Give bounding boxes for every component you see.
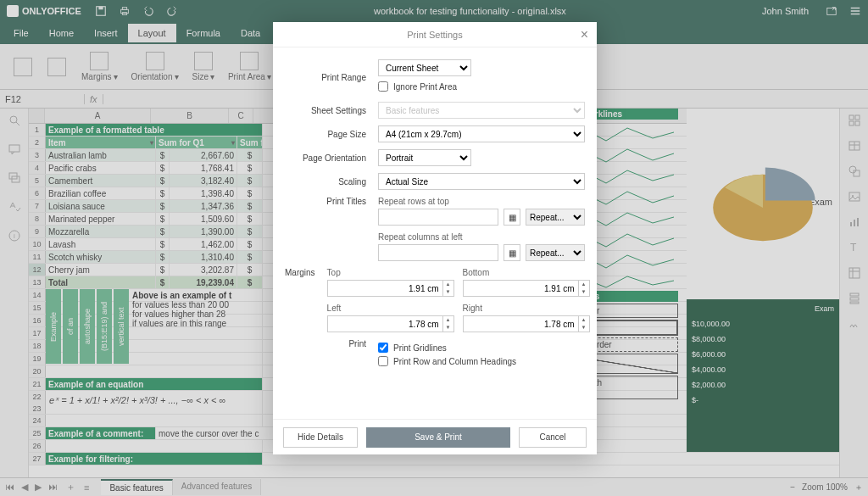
- add-sheet-icon[interactable]: ＋: [66, 481, 75, 493]
- cell[interactable]: $: [237, 226, 263, 237]
- sheet-nav-last-icon[interactable]: ⏭: [48, 482, 58, 493]
- cell[interactable]: 19,239.04: [170, 276, 237, 288]
- cell[interactable]: [46, 415, 263, 426]
- cell[interactable]: Item: [46, 137, 156, 148]
- row-header[interactable]: 8: [29, 213, 46, 225]
- repeat-cols-select[interactable]: Repeat...: [526, 244, 585, 261]
- menu-item-file[interactable]: File: [3, 24, 39, 42]
- comments-icon[interactable]: [8, 142, 21, 156]
- row-header[interactable]: 14: [29, 289, 46, 301]
- row-header[interactable]: 20: [29, 365, 46, 377]
- row-header[interactable]: 19: [29, 353, 46, 365]
- cell[interactable]: $: [237, 149, 263, 161]
- cell[interactable]: Loisiana sauce: [46, 200, 156, 212]
- row-header[interactable]: 25: [29, 427, 46, 439]
- cell[interactable]: $: [156, 238, 170, 250]
- row-header[interactable]: 12: [29, 264, 46, 276]
- cell[interactable]: $: [237, 213, 263, 225]
- cell[interactable]: $: [237, 238, 263, 250]
- row-header[interactable]: 6: [29, 187, 46, 199]
- page-orientation-select[interactable]: Portrait: [378, 149, 471, 166]
- cell[interactable]: $: [156, 226, 170, 237]
- chat-icon[interactable]: [8, 171, 21, 185]
- row-header[interactable]: 1: [29, 124, 46, 136]
- select-all-corner[interactable]: [29, 109, 45, 123]
- cell[interactable]: $: [237, 276, 263, 288]
- row-header[interactable]: 17: [29, 327, 46, 339]
- cell[interactable]: Sum for Q1: [156, 137, 237, 148]
- name-box[interactable]: F12: [0, 94, 85, 104]
- menu-item-layout[interactable]: Layout: [128, 24, 176, 42]
- cell[interactable]: $: [156, 149, 170, 161]
- column-header[interactable]: C: [229, 109, 253, 123]
- cell[interactable]: $: [156, 187, 170, 199]
- cell[interactable]: Scotch whisky: [46, 251, 156, 263]
- cell[interactable]: Australian lamb: [46, 149, 156, 161]
- cell[interactable]: $: [156, 162, 170, 174]
- cell[interactable]: Pacific crabs: [46, 162, 156, 174]
- scaling-select[interactable]: Actual Size: [378, 173, 585, 190]
- fx-icon[interactable]: fx: [85, 94, 103, 104]
- row-header[interactable]: 4: [29, 162, 46, 174]
- row-header[interactable]: 26: [29, 440, 46, 452]
- cell-settings-icon[interactable]: [848, 114, 861, 127]
- repeat-rows-select[interactable]: Repeat...: [526, 209, 585, 226]
- search-icon[interactable]: [8, 114, 21, 127]
- feedback-icon[interactable]: i: [8, 229, 21, 242]
- row-header[interactable]: 11: [29, 251, 46, 263]
- menu-item-insert[interactable]: Insert: [84, 24, 128, 42]
- spinner-icon[interactable]: ▲▼: [442, 315, 454, 332]
- cell[interactable]: $: [237, 162, 263, 174]
- ribbon-copy[interactable]: [7, 56, 39, 78]
- user-name[interactable]: John Smith: [762, 6, 809, 16]
- cell[interactable]: $: [156, 251, 170, 263]
- sheet-settings-select[interactable]: Basic features: [378, 102, 585, 119]
- image-settings-icon[interactable]: [848, 190, 861, 203]
- row-header[interactable]: 2: [29, 137, 46, 148]
- ribbon-paste[interactable]: [41, 56, 73, 78]
- sheet-nav-next-icon[interactable]: ▶: [35, 482, 42, 493]
- select-range-icon[interactable]: ▦: [504, 244, 520, 261]
- column-header[interactable]: A: [45, 109, 151, 123]
- cell[interactable]: [46, 365, 263, 377]
- print-range-select[interactable]: Current Sheet: [378, 59, 471, 76]
- print-gridlines-checkbox[interactable]: [378, 343, 388, 353]
- signature-icon[interactable]: [848, 317, 861, 331]
- cell[interactable]: Example for filtering:: [46, 453, 263, 465]
- cell[interactable]: Brazilian coffee: [46, 187, 156, 199]
- select-range-icon[interactable]: ▦: [504, 209, 520, 226]
- cell[interactable]: $: [156, 213, 170, 225]
- cell[interactable]: 1,768.41: [170, 162, 237, 174]
- row-header[interactable]: 5: [29, 175, 46, 187]
- row-header[interactable]: 16: [29, 315, 46, 326]
- column-header[interactable]: B: [151, 109, 229, 123]
- hide-details-button[interactable]: Hide Details: [283, 427, 358, 448]
- redo-icon[interactable]: [166, 5, 178, 17]
- print-icon[interactable]: [119, 5, 131, 17]
- row-header[interactable]: 27: [29, 453, 46, 465]
- pivot-settings-icon[interactable]: [848, 266, 861, 280]
- cell[interactable]: $: [237, 187, 263, 199]
- zoom-level[interactable]: Zoom 100%: [802, 482, 848, 492]
- chart-settings-icon[interactable]: [848, 215, 861, 229]
- row-header[interactable]: 13: [29, 276, 46, 288]
- undo-icon[interactable]: [142, 5, 154, 17]
- repeat-rows-input[interactable]: [378, 209, 498, 226]
- cell[interactable]: $: [156, 200, 170, 212]
- repeat-cols-input[interactable]: [378, 244, 498, 261]
- cell[interactable]: 1,310.40: [170, 251, 237, 263]
- cell[interactable]: 1,347.36: [170, 200, 237, 212]
- cell[interactable]: Lavash: [46, 238, 156, 250]
- sheet-nav-first-icon[interactable]: ⏮: [5, 482, 14, 493]
- cell[interactable]: 1,509.60: [170, 213, 237, 225]
- cell[interactable]: $: [237, 200, 263, 212]
- slicer-settings-icon[interactable]: [848, 292, 861, 305]
- cell[interactable]: move the cursor over the c: [156, 427, 288, 439]
- row-header[interactable]: 15: [29, 302, 46, 314]
- menu-item-formula[interactable]: Formula: [176, 24, 231, 42]
- cell[interactable]: 2,667.60: [170, 149, 237, 161]
- cell[interactable]: Example of a formatted table: [46, 124, 263, 136]
- cell[interactable]: 1,398.40: [170, 187, 237, 199]
- ribbon-print-area[interactable]: Print Area ▾: [221, 50, 278, 83]
- cell[interactable]: $: [237, 264, 263, 276]
